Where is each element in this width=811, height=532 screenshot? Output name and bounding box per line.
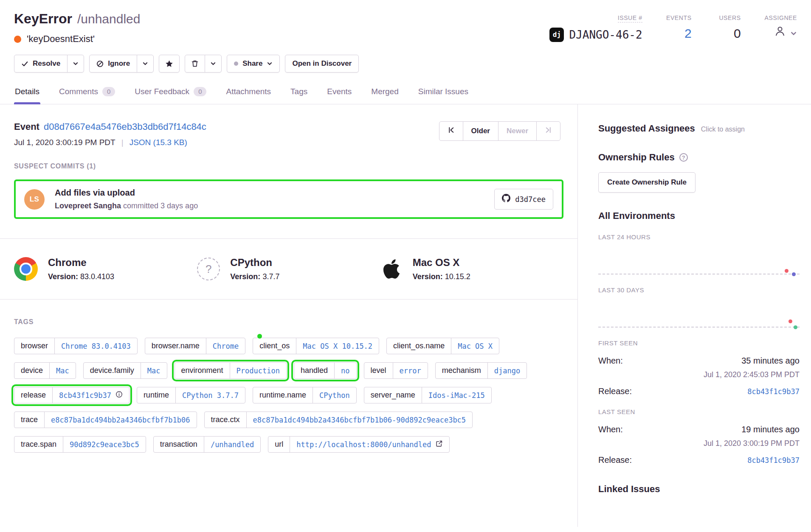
when-label: When: xyxy=(598,356,623,366)
tab-events[interactable]: Events xyxy=(326,84,352,104)
commit-sha-text: d3d7cee xyxy=(515,195,546,204)
when-label: When: xyxy=(598,425,623,434)
delete-dropdown-button[interactable] xyxy=(205,55,222,73)
issue-tabs-bar: Details Comments0 User Feedback0 Attachm… xyxy=(0,84,811,104)
unknown-runtime-icon: ? xyxy=(197,258,220,280)
tab-user-feedback[interactable]: User Feedback0 xyxy=(134,84,207,104)
ignore-button[interactable]: Ignore xyxy=(89,55,137,73)
open-in-discover-label: Open in Discover xyxy=(292,59,352,68)
resolve-dropdown-button[interactable] xyxy=(67,55,84,73)
tab-merged[interactable]: Merged xyxy=(370,84,399,104)
bookmark-star-button[interactable] xyxy=(159,55,180,73)
tag-value-link[interactable]: CPython xyxy=(313,387,356,403)
tag-key: trace xyxy=(14,412,44,428)
last-seen-release-link[interactable]: 8cb43f1c9b37 xyxy=(747,456,800,465)
tag-value-link[interactable]: Chrome xyxy=(206,338,245,354)
context-os: Mac OS X Version: 10.15.2 xyxy=(380,257,563,281)
tag-pill-environment: environment Production xyxy=(175,362,287,379)
commit-title: Add files via upload xyxy=(55,188,484,198)
issue-sidebar: Suggested Assignees Click to assign Owne… xyxy=(578,104,811,527)
tab-tags[interactable]: Tags xyxy=(290,84,308,104)
tag-key: trace.ctx xyxy=(205,412,246,428)
chevron-down-icon xyxy=(267,61,273,67)
info-icon[interactable] xyxy=(115,391,123,400)
sparkline-point xyxy=(785,269,788,273)
open-in-discover-button[interactable]: Open in Discover xyxy=(285,55,359,73)
tag-value-link[interactable]: Production xyxy=(230,363,286,378)
tab-details[interactable]: Details xyxy=(14,84,40,104)
events-count[interactable]: 2 xyxy=(684,26,692,41)
tag-value-link[interactable]: error xyxy=(393,363,428,378)
first-seen-block: FIRST SEEN When: 35 minutes ago Jul 1, 2… xyxy=(598,339,800,396)
create-ownership-rule-button[interactable]: Create Ownership Rule xyxy=(598,172,696,193)
external-link-icon[interactable] xyxy=(436,440,443,449)
tag-value-link[interactable]: no xyxy=(334,363,356,378)
tag-value-link[interactable]: e8c87ba1dc494bb2a4346bcfbf7b1b06-90d892c… xyxy=(246,412,473,428)
assignee-user-icon xyxy=(774,25,786,40)
tag-value-link[interactable]: Idos-iMac-215 xyxy=(422,387,491,403)
context-name: CPython xyxy=(230,257,279,269)
tag-value-link[interactable]: Mac OS X xyxy=(451,338,499,354)
tag-key: transaction xyxy=(154,437,204,452)
tag-pill-device-family: device.family Mac xyxy=(83,362,167,379)
tag-value-link[interactable]: e8c87ba1dc494bb2a4346bcfbf7b1b06 xyxy=(44,412,197,428)
commit-row: LS Add files via upload Lovepreet Sangha… xyxy=(24,188,553,210)
tab-comments[interactable]: Comments0 xyxy=(58,84,116,104)
event-pagination: Older Newer xyxy=(439,121,560,141)
linked-issues-heading: Linked Issues xyxy=(598,484,800,495)
tab-label: User Feedback xyxy=(135,87,189,96)
ignore-dropdown-button[interactable] xyxy=(137,55,154,73)
tab-label: Attachments xyxy=(226,87,271,96)
event-header: Event d08d7667e4a5476eb3b3db6d7f14c84c J… xyxy=(0,104,577,162)
tab-attachments[interactable]: Attachments xyxy=(225,84,272,104)
newest-event-button[interactable] xyxy=(536,121,560,141)
tag-value-link[interactable]: http://localhost:8000/unhandled xyxy=(290,437,449,452)
tag-value-link[interactable]: 90d892c9eace3bc5 xyxy=(63,437,146,452)
ignore-button-group: Ignore xyxy=(89,55,154,73)
events-label: EVENTS xyxy=(666,14,692,21)
chevron-down-icon xyxy=(142,61,148,67)
oldest-event-button[interactable] xyxy=(439,121,463,141)
version-label: Version: xyxy=(230,272,260,281)
release-label: Release: xyxy=(598,386,632,396)
tag-value-link[interactable]: Chrome 83.0.4103 xyxy=(54,338,137,354)
tag-value-link[interactable]: Mac xyxy=(141,363,167,378)
tag-value-link[interactable]: /unhandled xyxy=(204,437,260,452)
help-icon[interactable]: ? xyxy=(679,153,688,162)
chevron-down-icon xyxy=(790,25,797,40)
tag-value-link[interactable]: CPython 3.7.7 xyxy=(175,387,245,403)
tag-pill-browser-name: browser.name Chrome xyxy=(145,338,245,354)
commit-sha-button[interactable]: d3d7cee xyxy=(494,189,553,210)
tag-value-link[interactable]: Mac xyxy=(49,363,76,378)
suggested-assignees-hint: Click to assign xyxy=(701,126,745,133)
all-environments-heading: All Environments xyxy=(598,210,800,221)
share-button[interactable]: Share xyxy=(227,55,280,73)
tag-value-link[interactable]: Mac OS X 10.15.2 xyxy=(296,338,379,354)
suspect-commits-heading: SUSPECT COMMITS (1) xyxy=(14,162,563,170)
circle-slash-icon xyxy=(96,60,104,67)
delete-button[interactable] xyxy=(185,55,205,73)
tag-pill-level: level error xyxy=(364,362,428,379)
tag-value-link[interactable]: django xyxy=(487,363,527,378)
assignee-selector[interactable] xyxy=(774,25,797,40)
newer-event-button[interactable]: Newer xyxy=(498,121,537,141)
context-browser: Chrome Version: 83.0.4103 xyxy=(14,257,197,281)
tab-similar-issues[interactable]: Similar Issues xyxy=(417,84,469,104)
stat-users: USERS 0 xyxy=(715,14,741,42)
tag-key: url xyxy=(268,437,290,452)
share-status-dot xyxy=(234,62,238,66)
resolve-button[interactable]: Resolve xyxy=(14,55,68,73)
tag-value-link[interactable]: 8cb43f1c9b37 xyxy=(52,387,129,403)
older-event-button[interactable]: Older xyxy=(463,121,498,141)
page-subtitle: /unhandled xyxy=(77,12,140,26)
first-seen-release-link[interactable]: 8cb43f1c9b37 xyxy=(747,387,800,396)
tags-heading: TAGS xyxy=(14,318,563,326)
skip-next-icon xyxy=(545,126,552,136)
annotation-highlight-box: LS Add files via upload Lovepreet Sangha… xyxy=(14,179,563,219)
issue-short-id[interactable]: dj DJANGO-46-2 xyxy=(549,28,642,42)
last-seen-date: Jul 1, 2020 3:00:19 PM PDT xyxy=(598,439,800,448)
event-id-link[interactable]: d08d7667e4a5476eb3b3db6d7f14c84c xyxy=(44,121,206,132)
users-count[interactable]: 0 xyxy=(734,26,741,41)
tab-count-badge: 0 xyxy=(194,87,206,96)
event-json-link[interactable]: JSON (15.3 KB) xyxy=(130,138,187,147)
